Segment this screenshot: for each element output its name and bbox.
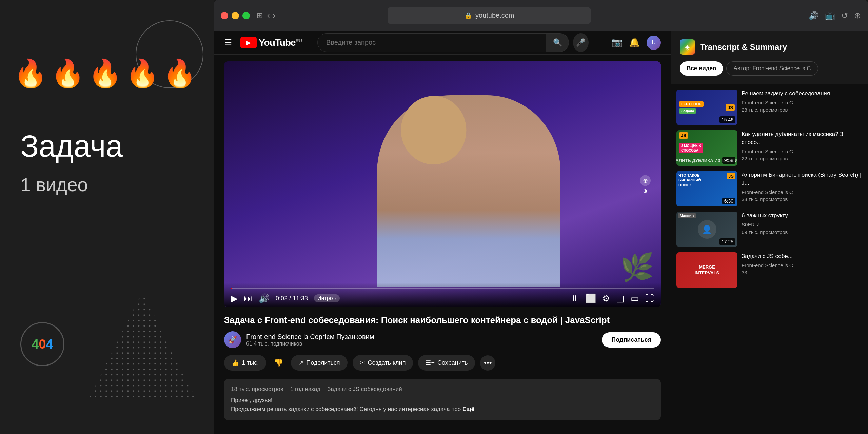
- rec-info-3: Алгоритм Бинарного поиска (Binary Search…: [742, 171, 863, 206]
- list-item[interactable]: MERGEINTERVALS Задачи с JS собе... Front…: [676, 252, 863, 288]
- clip-button[interactable]: ✂ Создать клип: [353, 355, 413, 371]
- rec-thumbnail-5: MERGEINTERVALS: [676, 252, 737, 288]
- video-thumbnail: 🌿 ⊕ ◑: [224, 61, 661, 307]
- save-label: Сохранить: [437, 359, 468, 367]
- list-item[interactable]: LEETCODE Задача JS 15:46 Решаем задачу с…: [676, 90, 863, 125]
- address-bar[interactable]: 🔒 youtube.com: [388, 7, 591, 24]
- subscriber-count: 61,4 тыс. подписчиков: [246, 341, 374, 347]
- channel-info: Front-end Science із Сергієм Пузанковим …: [246, 333, 374, 347]
- nav-arrows: ‹ ›: [267, 10, 275, 21]
- rec-meta-1: 28 тыс. просмотров: [742, 107, 863, 113]
- minimize-button[interactable]: [232, 12, 239, 19]
- fire-emoji-5: 🔥: [163, 58, 197, 90]
- miniplayer-button[interactable]: ◱: [616, 293, 625, 304]
- list-item[interactable]: Массив 👤 17:25 6 важных структу... S0ER …: [676, 212, 863, 247]
- rec-title-5: Задачи с JS собе...: [742, 252, 863, 260]
- traffic-lights: [221, 12, 250, 19]
- yt-content: 🌿 ⊕ ◑: [214, 55, 671, 434]
- upload-icon[interactable]: 📷: [611, 37, 622, 48]
- filter-tabs: Все видео Автор: Front-end Science із С: [680, 61, 859, 76]
- volume-icon[interactable]: 🔊: [809, 11, 819, 20]
- author-tab[interactable]: Автор: Front-end Science із С: [726, 61, 818, 76]
- hamburger-menu[interactable]: ☰: [224, 37, 232, 48]
- maximize-button[interactable]: [242, 12, 250, 19]
- lock-icon: 🔒: [465, 12, 472, 19]
- next-button[interactable]: ⏭: [244, 293, 253, 304]
- svg-marker-1: [88, 292, 197, 400]
- channel-avatar[interactable]: 🚀: [224, 331, 241, 348]
- transcript-logo: ◈: [680, 39, 695, 55]
- like-button[interactable]: 👍 1 тыс.: [224, 355, 266, 371]
- notifications-icon[interactable]: 🔔: [629, 37, 640, 48]
- pause-button[interactable]: ⏸: [570, 293, 579, 304]
- rec-title-3: Алгоритм Бинарного поиска (Binary Search…: [742, 171, 863, 187]
- subscribe-button[interactable]: Подписаться: [602, 332, 661, 348]
- search-button[interactable]: 🔍: [546, 33, 569, 52]
- description-box[interactable]: 18 тыс. просмотров 1 год назад Задачи с …: [224, 379, 661, 420]
- toolbar-right: 🔊 📺 ↺ ⊕: [809, 11, 861, 20]
- search-input[interactable]: [317, 33, 546, 52]
- zadacha-badge: Задача: [679, 108, 696, 114]
- rec-thumbnail-1: LEETCODE Задача JS 15:46: [676, 90, 737, 125]
- refresh-icon[interactable]: ↺: [841, 11, 848, 20]
- controls-right: ⏸ ⬜ ⚙ ◱ ▭ ⛶: [570, 293, 654, 304]
- leetcode-badge: LEETCODE: [679, 101, 704, 107]
- channel-name[interactable]: Front-end Science із Сергієм Пузанковим: [246, 333, 374, 341]
- more-options-button[interactable]: •••: [480, 355, 495, 371]
- rec-thumbnail-2: 3 МОЩНЫХСПОСОБА JS УДАЛИТЬ ДУБЛИКА ИЗ МА…: [676, 130, 737, 166]
- volume-button[interactable]: 🔊: [259, 293, 270, 304]
- settings-button[interactable]: ⚙: [602, 293, 610, 304]
- back-button[interactable]: ‹: [267, 10, 270, 21]
- all-videos-tab[interactable]: Все видео: [680, 61, 723, 76]
- video-info: Задача с Front-end собеседования: Поиск …: [224, 307, 661, 427]
- show-more-button[interactable]: Ещё: [462, 406, 474, 412]
- progress-filled: [231, 288, 232, 289]
- nav-right: 📷 🔔 U: [611, 36, 661, 50]
- youtube-search: 🔍 🎤: [317, 33, 589, 52]
- video-controls: ▶ ⏭ 🔊 0:02 / 11:33 Интро ›: [224, 283, 661, 307]
- fire-emoji-4: 🔥: [125, 58, 159, 90]
- progress-bar[interactable]: [231, 288, 654, 289]
- close-button[interactable]: [221, 12, 228, 19]
- left-decorative-panel: 🔥 🔥 🔥 🔥 🔥 Задача 1 видео 404: [0, 0, 214, 434]
- save-icon: ☰+: [426, 359, 435, 367]
- error-badge: 404: [20, 322, 64, 366]
- forward-button[interactable]: ›: [273, 10, 276, 21]
- rec-title-1: Решаем задачу с собеседования —: [742, 90, 863, 98]
- url-display: youtube.com: [475, 12, 514, 19]
- youtube-logo[interactable]: ▶ YouTubeRU: [240, 37, 302, 48]
- left-panel-text: Задача 1 видео: [20, 129, 123, 196]
- thumbs-up-icon: 👍: [232, 359, 239, 367]
- controls-row: ▶ ⏭ 🔊 0:02 / 11:33 Интро ›: [231, 293, 654, 304]
- list-item[interactable]: 3 МОЩНЫХСПОСОБА JS УДАЛИТЬ ДУБЛИКА ИЗ МА…: [676, 130, 863, 166]
- rec-meta-2: 22 тыс. просмотров: [742, 156, 863, 161]
- mic-button[interactable]: 🎤: [573, 33, 589, 52]
- transcript-panel: ◈ Transcript & Summary Все видео Автор: …: [671, 31, 868, 84]
- description-text: Привет, друзья! Продолжаем решать задачк…: [231, 396, 654, 413]
- rec-channel-1: Front-end Science із С: [742, 100, 863, 105]
- sidebar-toggle-button[interactable]: ⊞: [257, 11, 263, 20]
- desc-meta: 18 тыс. просмотров 1 год назад Задачи с …: [231, 386, 654, 393]
- theater-button[interactable]: ▭: [631, 293, 639, 304]
- youtube-logo-icon: ▶: [240, 37, 257, 48]
- play-button[interactable]: ▶: [231, 293, 238, 304]
- video-player[interactable]: 🌿 ⊕ ◑: [224, 61, 661, 307]
- channel-row: 🚀 Front-end Science із Сергієм Пузанкови…: [224, 331, 661, 348]
- rec-duration-2: 9:58: [722, 157, 735, 164]
- time-display: 0:02 / 11:33: [276, 295, 308, 302]
- rec-duration-3: 6:30: [722, 198, 735, 204]
- sposoba-badge: 3 МОЩНЫХСПОСОБА: [679, 143, 703, 153]
- new-tab-icon[interactable]: ⊕: [854, 11, 861, 20]
- subtitles-button[interactable]: ⬜: [585, 293, 596, 304]
- rec-info-2: Как удалить дубликаты из массива? 3 спос…: [742, 130, 863, 166]
- dislike-button[interactable]: 👎: [271, 356, 286, 370]
- user-avatar[interactable]: U: [647, 36, 661, 50]
- merge-badge: MERGEINTERVALS: [695, 264, 719, 276]
- list-item[interactable]: ЧТО ТАКОЕБИНАРНЫЙПОИСК JS 6:30 Алгоритм …: [676, 171, 863, 206]
- search-row: 🔍 🎤: [317, 33, 589, 52]
- save-button[interactable]: ☰+ Сохранить: [418, 355, 475, 371]
- airplay-icon[interactable]: 📺: [825, 11, 835, 20]
- share-button[interactable]: ↗ Поделиться: [291, 355, 347, 371]
- rec-thumbnail-3: ЧТО ТАКОЕБИНАРНЫЙПОИСК JS 6:30: [676, 171, 737, 206]
- fullscreen-button[interactable]: ⛶: [645, 293, 654, 304]
